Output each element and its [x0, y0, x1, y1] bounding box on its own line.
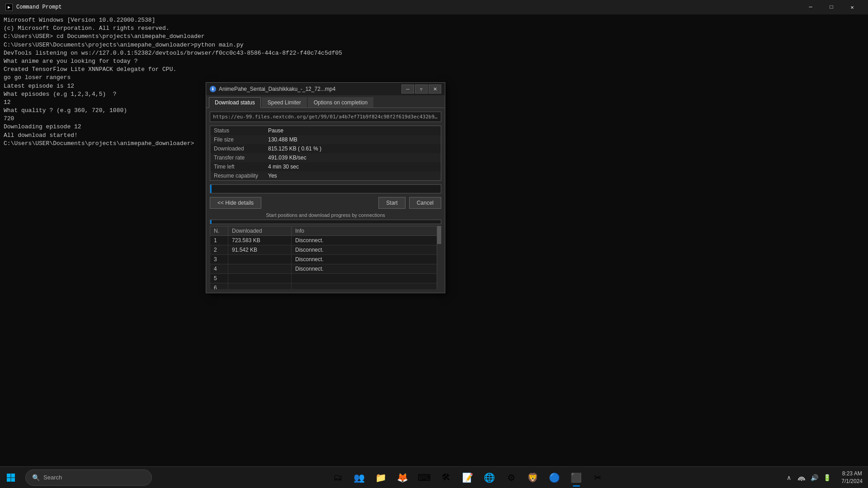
cmd-controls: ─ □ ✕: [800, 0, 863, 14]
cmd-line-7: DevTools listening on ws://127.0.0.1:523…: [4, 49, 864, 57]
taskbar-app-file-explorer[interactable]: 🗂: [328, 468, 348, 488]
cell-info: [292, 283, 441, 290]
windows-logo-icon: [6, 473, 15, 482]
hide-details-button[interactable]: << Hide details: [210, 197, 261, 209]
systray-chevron[interactable]: ∧: [783, 472, 794, 483]
dialog-icon: ⬇: [210, 86, 216, 92]
info-row-resume: Resume capability Yes: [210, 171, 441, 180]
cell-downloaded: 91.542 KB: [228, 245, 292, 255]
info-table: Status Pause File size 130.488 MB Downlo…: [210, 126, 441, 181]
taskbar-app-edge[interactable]: 🌐: [480, 468, 500, 488]
search-label: Search: [43, 474, 62, 481]
transfer-label: Transfer rate: [214, 155, 268, 161]
filesize-label: File size: [214, 136, 268, 143]
search-icon: 🔍: [32, 474, 40, 481]
taskbar-app-vscode[interactable]: ⌨: [415, 468, 434, 488]
col-n: N.: [210, 226, 228, 236]
cmd-titlebar: ▶ Command Prompt ─ □ ✕: [0, 0, 868, 14]
dialog-tabs: Download status Speed Limiter Options on…: [206, 95, 445, 108]
cmd-minimize-btn[interactable]: ─: [800, 0, 821, 14]
dialog-titlebar: ⬇ AnimePahe_Sentai_Daishikkaku_-_12_72..…: [206, 83, 445, 95]
info-row-transfer: Transfer rate 491.039 KB/sec: [210, 153, 441, 162]
svg-rect-2: [7, 478, 11, 482]
connections-header: Start positions and download progress by…: [210, 212, 441, 218]
connections-table: N. Downloaded Info 1 723.583 KB Disconne…: [210, 226, 441, 289]
svg-rect-0: [7, 474, 11, 478]
buttons-row: << Hide details Start Cancel: [210, 197, 441, 209]
svg-rect-3: [11, 478, 15, 482]
resume-label: Resume capability: [214, 173, 268, 179]
cmd-line-1: (c) Microsoft Corporation. All rights re…: [4, 24, 864, 33]
systray-battery[interactable]: 🔋: [821, 472, 832, 483]
info-row-downloaded: Downloaded 815.125 KB ( 0.61 % ): [210, 144, 441, 153]
cell-info: Disconnect.: [292, 264, 441, 274]
cell-info: Disconnect.: [292, 236, 441, 245]
taskbar-app-brave[interactable]: 🦁: [523, 468, 543, 488]
connections-progress-bar: [210, 220, 441, 224]
systray-volume[interactable]: 🔊: [809, 472, 820, 483]
tab-speed-limiter[interactable]: Speed Limiter: [262, 97, 307, 108]
resume-value: Yes: [268, 173, 437, 179]
dialog-restore-btn[interactable]: ▿: [415, 84, 428, 94]
timeleft-value: 4 min 30 sec: [268, 164, 437, 170]
transfer-value: 491.039 KB/sec: [268, 155, 437, 161]
systray-wifi[interactable]: [796, 472, 807, 483]
cmd-title: Command Prompt: [16, 4, 797, 10]
clock-time: 8:23 AM: [842, 470, 862, 478]
taskbar-app-chrome[interactable]: 🔵: [545, 468, 565, 488]
scrollbar-thumb[interactable]: [437, 226, 441, 244]
cell-n: 5: [210, 274, 228, 283]
taskbar-app-app13[interactable]: ✂: [588, 468, 608, 488]
filesize-value: 130.488 MB: [268, 136, 437, 143]
table-row: 6: [210, 283, 441, 290]
dialog-minimize-btn[interactable]: ─: [401, 84, 414, 94]
cell-downloaded: [228, 283, 292, 290]
scrollbar-track[interactable]: [437, 226, 441, 289]
connections-wrapper: N. Downloaded Info 1 723.583 KB Disconne…: [210, 226, 441, 289]
table-row: 5: [210, 274, 441, 283]
cell-downloaded: 723.583 KB: [228, 236, 292, 245]
cmd-maximize-btn[interactable]: □: [821, 0, 842, 14]
table-row: 4 Disconnect.: [210, 264, 441, 274]
info-row-filesize: File size 130.488 MB: [210, 135, 441, 144]
taskbar-app-notion[interactable]: 📝: [458, 468, 478, 488]
tab-download-status[interactable]: Download status: [209, 97, 261, 108]
cmd-line-0: Microsoft Windows [Version 10.0.22000.25…: [4, 16, 864, 24]
cell-downloaded: [228, 274, 292, 283]
taskbar: 🔍 Search 🗂👥📁🦊⌨🛠📝🌐⚙🦁🔵⬛✂ ∧ 🔊 🔋 8:23 AM 7/1…: [0, 466, 868, 488]
cell-info: [292, 274, 441, 283]
status-label: Status: [214, 127, 268, 134]
taskbar-app-app9[interactable]: ⚙: [501, 468, 521, 488]
tab-options-completion[interactable]: Options on completion: [308, 97, 373, 108]
start-button[interactable]: Start: [378, 197, 405, 209]
col-info: Info: [292, 226, 441, 236]
taskbar-app-dev-tools[interactable]: 🛠: [436, 468, 456, 488]
table-row: 2 91.542 KB Disconnect.: [210, 245, 441, 255]
cmd-close-btn[interactable]: ✕: [842, 0, 863, 14]
url-bar: https://eu-99.files.nextcdn.org/get/99/0…: [210, 112, 441, 122]
taskbar-app-teams[interactable]: 👥: [349, 468, 369, 488]
download-dialog: ⬇ AnimePahe_Sentai_Daishikkaku_-_12_72..…: [206, 82, 445, 293]
taskbar-apps: 🗂👥📁🦊⌨🛠📝🌐⚙🦁🔵⬛✂: [156, 468, 780, 488]
taskbar-search[interactable]: 🔍 Search: [25, 469, 152, 486]
cell-downloaded: [228, 255, 292, 264]
dialog-close-btn[interactable]: ✕: [429, 84, 441, 94]
cell-info: Disconnect.: [292, 255, 441, 264]
taskbar-clock[interactable]: 8:23 AM 7/1/2024: [836, 470, 868, 485]
info-row-timeleft: Time left 4 min 30 sec: [210, 162, 441, 171]
cell-info: Disconnect.: [292, 245, 441, 255]
cell-downloaded: [228, 264, 292, 274]
col-downloaded: Downloaded: [228, 226, 292, 236]
progress-bar: [210, 185, 212, 193]
taskbar-app-file-manager[interactable]: 📁: [371, 468, 391, 488]
progress-container: [210, 184, 441, 193]
dialog-body: https://eu-99.files.nextcdn.org/get/99/0…: [206, 108, 445, 293]
taskbar-app-terminal[interactable]: ⬛: [566, 468, 586, 488]
cmd-line-10: go go loser rangers: [4, 74, 864, 82]
status-value: Pause: [268, 127, 437, 134]
table-row: 3 Disconnect.: [210, 255, 441, 264]
cancel-button[interactable]: Cancel: [409, 197, 441, 209]
taskbar-app-firefox[interactable]: 🦊: [393, 468, 413, 488]
timeleft-label: Time left: [214, 164, 268, 170]
start-button-taskbar[interactable]: [0, 467, 22, 488]
